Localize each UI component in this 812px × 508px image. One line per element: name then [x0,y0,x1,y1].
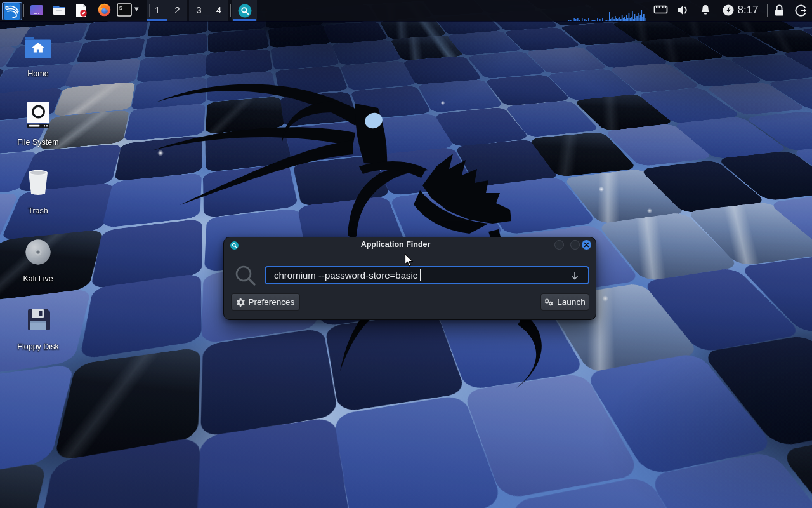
svg-text:$_: $_ [119,6,126,11]
